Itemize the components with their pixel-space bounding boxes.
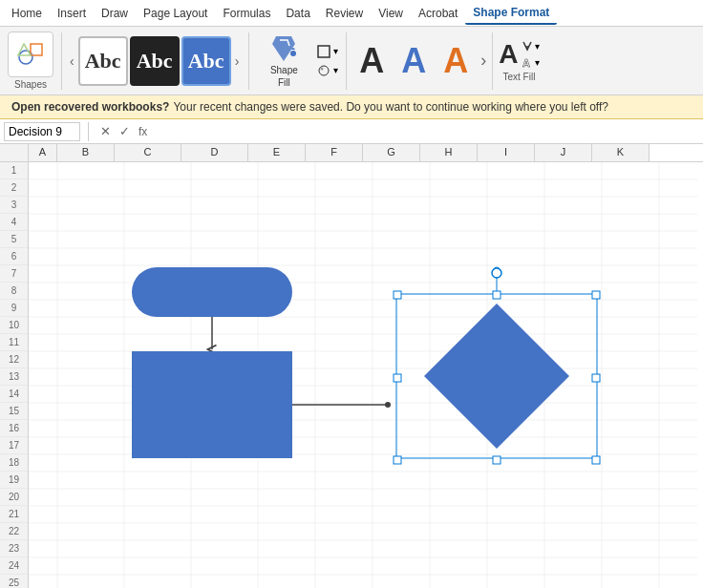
col-header-j[interactable]: J <box>535 144 592 161</box>
column-headers: A B C D E F G H I J K <box>0 144 703 162</box>
menu-page-layout[interactable]: Page Layout <box>136 3 215 24</box>
row-19: 19 <box>0 472 28 489</box>
menu-review[interactable]: Review <box>318 3 371 24</box>
shape-outline-row: ▾ <box>316 44 338 59</box>
connector-junction <box>385 402 391 408</box>
row-23: 23 <box>0 540 28 557</box>
confirm-formula-btn[interactable]: ✓ <box>116 123 133 140</box>
col-header-b[interactable]: B <box>57 144 115 161</box>
handle-tr[interactable] <box>592 291 600 299</box>
menu-home[interactable]: Home <box>4 3 50 24</box>
row-10: 10 <box>0 317 28 334</box>
row-20: 20 <box>0 489 28 506</box>
col-header-d[interactable]: D <box>181 144 248 161</box>
notification-bar: Open recovered workbooks? Your recent ch… <box>0 95 703 119</box>
abc-button-blue[interactable]: Abc <box>181 36 231 86</box>
ribbon: Shapes ‹ Abc Abc Abc › Shape Fill <box>0 27 703 95</box>
row-5: 5 <box>0 231 28 248</box>
text-fill-a[interactable]: A <box>499 39 518 70</box>
row-4: 4 <box>0 214 28 231</box>
svg-rect-5 <box>318 46 330 57</box>
rotate-handle[interactable] <box>492 268 501 278</box>
row-25: 25 <box>0 575 28 588</box>
notification-text: Your recent changes were saved. Do you w… <box>173 100 608 114</box>
col-header-e[interactable]: E <box>248 144 306 161</box>
handle-mr[interactable] <box>592 374 600 382</box>
grid-svg <box>29 162 703 588</box>
handle-bm[interactable] <box>493 456 501 464</box>
col-header-g[interactable]: G <box>363 144 420 161</box>
row-9: 9 <box>0 300 28 317</box>
text-letter-a-orange[interactable]: A <box>437 40 475 82</box>
text-style-buttons: A A A <box>352 40 475 82</box>
ribbon-text-group: A A A › <box>352 32 493 90</box>
menu-shape-format[interactable]: Shape Format <box>465 2 557 25</box>
menu-draw[interactable]: Draw <box>94 3 136 24</box>
menu-insert[interactable]: Insert <box>50 3 94 24</box>
row-2: 2 <box>0 179 28 197</box>
handle-tm[interactable] <box>493 291 501 299</box>
shape-fill-button[interactable]: Shape Fill <box>255 31 312 92</box>
rounded-rect-shape[interactable] <box>132 267 292 317</box>
row-14: 14 <box>0 386 28 403</box>
menu-formulas[interactable]: Formulas <box>215 3 278 24</box>
row-numbers: 1 2 3 4 5 6 7 8 9 10 11 12 13 14 15 16 1… <box>0 162 29 588</box>
row-15: 15 <box>0 403 28 420</box>
col-header-h[interactable]: H <box>420 144 478 161</box>
menu-data[interactable]: Data <box>278 3 317 24</box>
text-style-more-arrow[interactable]: › <box>479 49 488 73</box>
handle-bl[interactable] <box>394 456 401 464</box>
handle-br[interactable] <box>592 456 600 464</box>
svg-text:A: A <box>522 57 530 69</box>
text-outline-row: A ▾ <box>521 56 540 70</box>
col-header-i[interactable]: I <box>478 144 535 161</box>
formula-bar: Decision 9 ✕ ✓ fx <box>0 119 703 144</box>
spreadsheet: A B C D E F G H I J K 1 2 3 4 5 6 7 8 9 … <box>0 144 703 588</box>
abc-button-dark[interactable]: Abc <box>130 36 180 86</box>
menu-bar: Home Insert Draw Page Layout Formulas Da… <box>0 0 703 27</box>
name-box[interactable]: Decision 9 <box>4 122 80 141</box>
sheet-body: 1 2 3 4 5 6 7 8 9 10 11 12 13 14 15 16 1… <box>0 162 703 588</box>
formula-buttons: ✕ ✓ fx <box>96 123 151 140</box>
insert-function-btn[interactable]: fx <box>135 123 151 140</box>
row-6: 6 <box>0 248 28 265</box>
shape-fill-label2: Fill <box>278 77 290 88</box>
col-header-k[interactable]: K <box>592 144 650 161</box>
row-16: 16 <box>0 420 28 437</box>
row-17: 17 <box>0 437 28 454</box>
menu-acrobat[interactable]: Acrobat <box>411 3 465 24</box>
rectangle-shape[interactable] <box>132 351 292 458</box>
abc-button-light[interactable]: Abc <box>78 36 128 86</box>
shapes-button[interactable] <box>8 32 53 77</box>
row-1: 1 <box>0 162 28 179</box>
svg-point-6 <box>319 66 329 75</box>
row-13: 13 <box>0 368 28 386</box>
row-21: 21 <box>0 506 28 523</box>
abc-next-arrow[interactable]: › <box>233 52 242 71</box>
grid-area[interactable] <box>29 162 703 588</box>
col-header-a[interactable]: A <box>29 144 57 161</box>
row-11: 11 <box>0 334 28 351</box>
shapes-label: Shapes <box>14 79 47 90</box>
formula-input[interactable] <box>155 125 699 138</box>
text-letter-a-blue[interactable]: A <box>394 40 433 82</box>
svg-rect-1 <box>31 44 42 55</box>
cancel-formula-btn[interactable]: ✕ <box>96 123 114 140</box>
formula-divider <box>88 122 89 141</box>
shape-effects-row: ▾ <box>316 63 338 78</box>
ribbon-text-fill-group: A ▾ A ▾ Text Fill <box>499 32 546 90</box>
diamond-shape[interactable] <box>424 304 569 449</box>
row-12: 12 <box>0 351 28 368</box>
abc-prev-arrow[interactable]: ‹ <box>68 52 76 71</box>
svg-point-4 <box>290 51 296 56</box>
col-header-f[interactable]: F <box>306 144 363 161</box>
text-letter-a-black[interactable]: A <box>352 40 391 82</box>
col-header-c[interactable]: C <box>115 144 181 161</box>
ribbon-abc-group: ‹ Abc Abc Abc › <box>68 32 249 90</box>
text-fill-label: Text Fill <box>503 72 536 82</box>
row-18: 18 <box>0 454 28 472</box>
handle-tl[interactable] <box>394 291 401 299</box>
notification-bold: Open recovered workbooks? <box>11 100 169 114</box>
handle-ml[interactable] <box>394 374 401 382</box>
menu-view[interactable]: View <box>371 3 411 24</box>
